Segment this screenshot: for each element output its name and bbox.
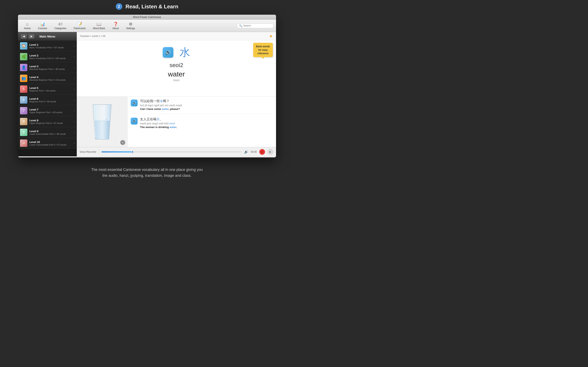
nav-about[interactable]: ❓ About (109, 21, 122, 31)
record-button[interactable] (259, 149, 265, 155)
bottom-section: + 🔊 可以給我一些水嗎？ (77, 96, 276, 147)
level-1-info: Level 1 Basic Vocabulary Part I • 87 wor… (29, 43, 72, 49)
level-item-7[interactable]: 7 Level 7 Upper Beginner Part I • 90 wor… (18, 105, 77, 116)
level-4-info: Level 4 Absolute Beginner Part II • 82 w… (29, 76, 72, 81)
level-10-arrow: › (74, 142, 75, 145)
nav-home-label: Home (24, 27, 31, 30)
nav-courses-label: Courses (38, 27, 47, 30)
flashcards-icon: 📝 (77, 22, 82, 26)
breadcrumb-bar: Courses > Level 1 > All ★ (77, 32, 276, 40)
level-item-5[interactable]: 5 Level 5 Beginner Part I • 96 words › (18, 84, 77, 95)
level-5-thumbnail: 5 (20, 85, 27, 93)
play-icon: ▶ (269, 151, 271, 153)
app-title: Read, Listen & Learn (126, 3, 178, 10)
zoom-button[interactable]: + (120, 140, 125, 145)
sentence-1-speaker-icon: 🔊 (132, 101, 136, 105)
sentence-1-audio-button[interactable]: 🔊 (131, 100, 138, 106)
level-2-thumbnail: 🌿 (20, 53, 27, 60)
sentence-2-audio-button[interactable]: 🔊 (131, 118, 138, 125)
nav-home[interactable]: ⌂ Home (20, 21, 34, 31)
audio-progress-fill (102, 151, 132, 152)
level-3-arrow: › (74, 66, 75, 69)
level-item-2[interactable]: 🌿 Level 2 Basic Vocabulary Part II • 100… (18, 51, 77, 62)
level-item-9[interactable]: 9 Level 9 Lower Intermediate Part I • 98… (18, 127, 77, 138)
english-word: water (168, 70, 185, 78)
level-5-info: Level 5 Beginner Part I • 96 words (29, 86, 72, 92)
sentences-panel: 🔊 可以給我一些水嗎？ ho2 ji5 kap1 ngo5 jat1 se1 s… (127, 97, 276, 147)
level-9-info: Level 9 Lower Intermediate Part I • 98 w… (29, 130, 72, 135)
level-3-name: Level 3 (29, 65, 72, 68)
level-7-thumbnail: 7 (20, 107, 27, 114)
home-icon: ⌂ (26, 22, 29, 26)
sidebar-navigation: ◀ ▶ (21, 34, 34, 39)
sentence-2-speaker-icon: 🔊 (132, 119, 136, 123)
sidebar-header: ◀ ▶ Main Menu (18, 32, 77, 41)
nav-flashcards[interactable]: 📝 Flashcards (70, 21, 89, 31)
level-item-4[interactable]: 👥 Level 4 Absolute Beginner Part II • 82… (18, 73, 77, 84)
word-class: noun (173, 78, 180, 82)
nav-categories-label: Categories (54, 27, 66, 30)
speaker-icon: 🔊 (165, 50, 171, 55)
sentence-1-highlight-char: 水 (160, 99, 163, 103)
sentence-2: 🔊 女人正在喝水。 neoi5 jan2 zing3 zoi6 hot3 seo… (131, 117, 273, 129)
sidebar: ◀ ▶ Main Menu 🏠 Level 1 Basic Vocabulary… (18, 32, 77, 156)
sentence-1: 🔊 可以給我一些水嗎？ ho2 ji5 kap1 ngo5 jat1 se1 s… (131, 99, 273, 110)
level-item-10[interactable]: 10 Level 10 Lower Intermediate Part II •… (18, 138, 77, 149)
record-indicator (261, 151, 263, 153)
level-item-6[interactable]: 6 Level 6 Beginner Part II • 99 words › (18, 95, 77, 105)
nav-categories[interactable]: 🏷 Categories (51, 21, 70, 31)
sentence-1-content: 可以給我一些水嗎？ ho2 ji5 kap1 ngo5 jat1 se1 seo… (140, 99, 273, 110)
level-8-name: Level 8 (29, 119, 72, 122)
search-box[interactable]: 🔍 (237, 24, 274, 28)
level-7-name: Level 7 (29, 108, 72, 111)
level-3-desc: Absolute Beginner Part I • 89 words (29, 68, 72, 70)
flashcard-area: Bank words for easy reference 🔊 水 seoi2 … (77, 40, 276, 96)
step-badge: 2 (116, 3, 122, 10)
level-6-info: Level 6 Beginner Part II • 99 words (29, 97, 72, 103)
sentence-2-chinese: 女人正在喝水。 (140, 117, 273, 122)
audio-progress-bar[interactable] (102, 151, 242, 152)
sidebar-back-button[interactable]: ◀ (21, 34, 26, 39)
about-icon: ❓ (113, 22, 118, 26)
level-9-desc: Lower Intermediate Part I • 98 words (29, 133, 72, 135)
nav-courses[interactable]: 📊 Courses (34, 21, 51, 31)
favorite-button[interactable]: ★ (269, 34, 273, 39)
level-1-name: Level 1 (29, 43, 72, 46)
sidebar-title: Main Menu (39, 35, 55, 38)
level-1-arrow: › (74, 44, 75, 48)
content-area: Courses > Level 1 > All ★ Bank words for… (77, 32, 276, 156)
nav-wordbank[interactable]: 📖 Word Bank (89, 21, 109, 31)
audio-progress-knob[interactable] (131, 151, 134, 153)
bottom-caption-line1: The most essential Cantonese vocabulary … (0, 167, 294, 173)
nav-settings[interactable]: ⚙ Settings (122, 21, 139, 31)
level-item-1[interactable]: 🏠 Level 1 Basic Vocabulary Part I • 87 w… (18, 41, 77, 51)
nav-wordbank-label: Word Bank (93, 27, 105, 30)
level-1-thumbnail: 🏠 (20, 42, 27, 50)
level-8-thumbnail: 8 (20, 118, 27, 125)
water-glass-image (87, 103, 117, 141)
title-bar: Word Power Cantonese (18, 15, 276, 20)
level-9-name: Level 9 (29, 130, 72, 133)
level-7-info: Level 7 Upper Beginner Part I • 90 words (29, 108, 72, 114)
nav-settings-label: Settings (126, 27, 135, 30)
sidebar-forward-button[interactable]: ▶ (29, 34, 34, 39)
categories-icon: 🏷 (58, 22, 62, 26)
audio-play-button[interactable]: 🔊 (163, 47, 173, 58)
level-item-3[interactable]: 👤 Level 3 Absolute Beginner Part I • 89 … (18, 62, 77, 73)
sentence-2-jyutping-highlight: seoi2 (169, 122, 175, 125)
sentence-2-english: The woman is drinking water. (140, 125, 273, 129)
level-3-info: Level 3 Absolute Beginner Part I • 89 wo… (29, 65, 72, 70)
jyutping-text: seoi2 (170, 62, 183, 68)
level-item-8[interactable]: 8 Level 8 Upper Beginner Part II • 97 wo… (18, 116, 77, 127)
level-7-arrow: › (74, 109, 75, 112)
level-10-desc: Lower Intermediate Part II • 97 words (29, 143, 72, 146)
level-4-arrow: › (74, 77, 75, 80)
level-6-name: Level 6 (29, 97, 72, 100)
level-2-arrow: › (74, 55, 75, 58)
search-input[interactable] (243, 24, 271, 27)
play-button[interactable]: ▶ (268, 149, 273, 155)
wordbank-icon: 📖 (96, 22, 102, 26)
level-5-arrow: › (74, 87, 75, 91)
sentence-2-content: 女人正在喝水。 neoi5 jan2 zing3 zoi6 hot3 seoi2… (140, 117, 273, 129)
level-9-thumbnail: 9 (20, 129, 27, 136)
